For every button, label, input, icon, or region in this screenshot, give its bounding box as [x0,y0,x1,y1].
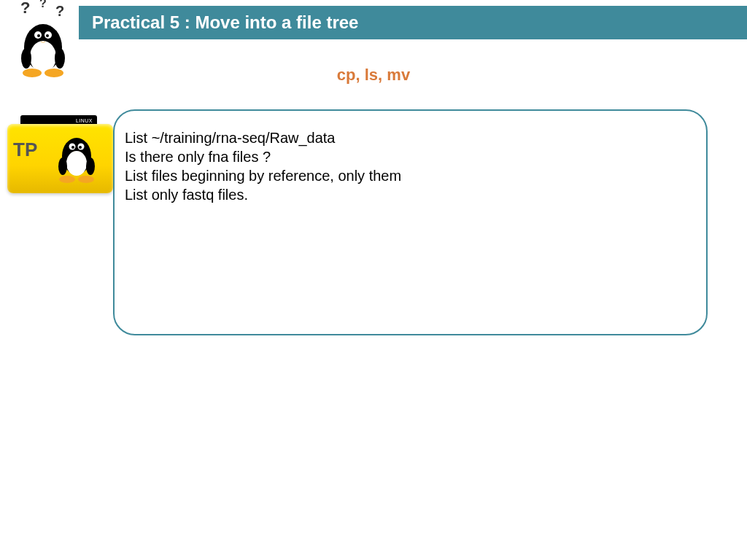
svg-point-17 [71,146,74,149]
instruction-line: Is there only fna files ? [125,147,692,166]
svg-point-14 [66,151,87,176]
svg-point-7 [37,34,40,37]
svg-point-20 [78,176,94,183]
instruction-line: List ~/training/rna-seq/Raw_data [125,128,692,147]
instructions-box: List ~/training/rna-seq/Raw_data Is ther… [113,109,708,335]
folder-tab-label: LINUX [76,118,93,123]
svg-point-8 [46,34,49,37]
svg-point-18 [79,146,82,149]
svg-text:?: ? [55,3,64,19]
svg-point-21 [58,158,67,175]
page-title: Practical 5 : Move into a file tree [92,12,358,33]
tp-label: TP [13,139,37,161]
svg-text:?: ? [20,0,30,17]
svg-point-22 [86,158,95,175]
title-bar: Practical 5 : Move into a file tree [79,6,747,39]
instruction-line: List files beginning by reference, only … [125,166,692,185]
instruction-line: List only fastq files. [125,185,692,204]
tp-folder-icon: LINUX TP [7,115,113,195]
subtitle-commands: cp, ls, mv [0,66,747,85]
svg-point-19 [59,176,75,183]
svg-text:?: ? [39,0,47,9]
